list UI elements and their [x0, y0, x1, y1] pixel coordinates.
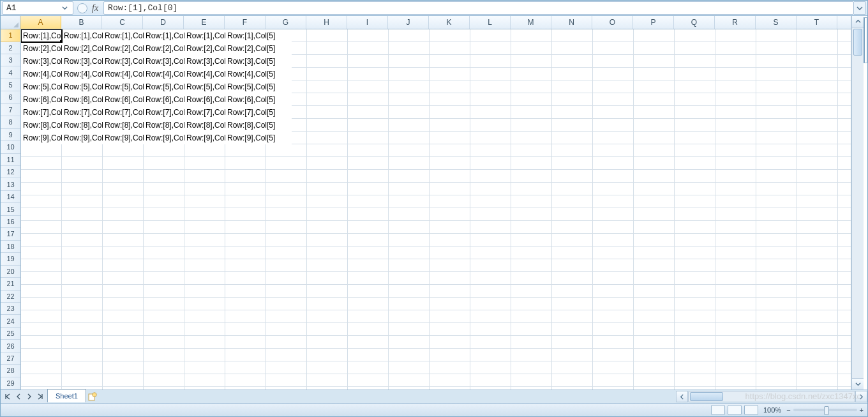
- formula-input[interactable]: Row:[1],Col[0]: [103, 1, 854, 15]
- cell[interactable]: Row:[2],Col[1]: [62, 42, 103, 55]
- zoom-out-button[interactable]: −: [786, 406, 790, 414]
- row-header-5[interactable]: 5: [1, 79, 20, 91]
- row-header-21[interactable]: 21: [1, 278, 20, 290]
- cell[interactable]: Row:[6],Col[5]: [225, 93, 292, 106]
- cell[interactable]: Row:[3],Col[0]: [21, 55, 62, 68]
- cell[interactable]: Row:[9],Col[2]: [103, 132, 144, 144]
- column-header-B[interactable]: B: [61, 16, 102, 29]
- horizontal-scroll-track[interactable]: [688, 391, 855, 402]
- row-header-23[interactable]: 23: [1, 303, 20, 315]
- row-header-3[interactable]: 3: [1, 54, 20, 66]
- cell[interactable]: Row:[1],Col[3]: [144, 29, 184, 42]
- row-header-18[interactable]: 18: [1, 241, 20, 253]
- cell[interactable]: Row:[3],Col[4]: [184, 55, 225, 68]
- cell[interactable]: Row:[2],Col[4]: [184, 42, 225, 55]
- cell[interactable]: Row:[1],Col[0]: [21, 29, 62, 42]
- name-box[interactable]: A1: [2, 1, 73, 15]
- fx-icon[interactable]: fx: [89, 3, 101, 13]
- cell[interactable]: Row:[5],Col[2]: [103, 80, 144, 93]
- formula-expand-button[interactable]: [854, 1, 866, 15]
- cell[interactable]: Row:[8],Col[4]: [184, 119, 225, 132]
- cell[interactable]: Row:[7],Col[4]: [184, 106, 225, 119]
- column-header-S[interactable]: S: [756, 16, 797, 29]
- cell[interactable]: Row:[3],Col[2]: [103, 55, 144, 68]
- vertical-scrollbar[interactable]: [851, 16, 864, 390]
- cell[interactable]: Row:[8],Col[1]: [62, 119, 103, 132]
- column-header-F[interactable]: F: [225, 16, 266, 29]
- cell[interactable]: Row:[9],Col[1]: [62, 132, 103, 144]
- scroll-up-button[interactable]: [852, 16, 864, 27]
- cell[interactable]: Row:[3],Col[3]: [144, 55, 184, 68]
- cell[interactable]: Row:[5],Col[0]: [21, 80, 62, 93]
- cell[interactable]: Row:[9],Col[0]: [21, 132, 62, 144]
- cell[interactable]: Row:[5],Col[1]: [62, 80, 103, 93]
- row-header-28[interactable]: 28: [1, 365, 20, 377]
- cell[interactable]: Row:[6],Col[4]: [184, 93, 225, 106]
- cell[interactable]: Row:[2],Col[0]: [21, 42, 62, 55]
- column-header-A[interactable]: A: [20, 16, 61, 29]
- cell[interactable]: Row:[5],Col[5]: [225, 80, 292, 93]
- cell[interactable]: Row:[9],Col[4]: [184, 132, 225, 144]
- cell[interactable]: Row:[2],Col[5]: [225, 42, 292, 55]
- column-header-E[interactable]: E: [184, 16, 225, 29]
- cell[interactable]: Row:[6],Col[3]: [144, 93, 184, 106]
- cell[interactable]: Row:[5],Col[4]: [184, 80, 225, 93]
- vertical-scroll-thumb[interactable]: [853, 29, 862, 56]
- zoom-in-button[interactable]: +: [860, 406, 864, 414]
- row-header-25[interactable]: 25: [1, 328, 20, 340]
- name-box-dropdown-icon[interactable]: [60, 4, 69, 13]
- row-header-22[interactable]: 22: [1, 291, 20, 303]
- cell[interactable]: Row:[4],Col[1]: [62, 68, 103, 80]
- row-header-17[interactable]: 17: [1, 228, 20, 240]
- select-all-corner[interactable]: [1, 16, 20, 29]
- cell[interactable]: Row:[3],Col[5]: [225, 55, 292, 68]
- cell[interactable]: Row:[8],Col[0]: [21, 119, 62, 132]
- cancel-formula-icon[interactable]: [77, 3, 87, 13]
- cell[interactable]: Row:[1],Col[2]: [103, 29, 144, 42]
- cell[interactable]: Row:[9],Col[5]: [225, 132, 292, 144]
- column-header-N[interactable]: N: [551, 16, 592, 29]
- view-layout-button[interactable]: [728, 405, 742, 415]
- splitter-handle[interactable]: [864, 16, 867, 390]
- row-header-15[interactable]: 15: [1, 203, 20, 215]
- row-header-14[interactable]: 14: [1, 191, 20, 203]
- column-header-I[interactable]: I: [347, 16, 388, 29]
- column-header-K[interactable]: K: [429, 16, 470, 29]
- cell[interactable]: Row:[4],Col[4]: [184, 68, 225, 80]
- tab-first-icon[interactable]: [3, 392, 12, 401]
- cell[interactable]: Row:[6],Col[0]: [21, 93, 62, 106]
- row-header-20[interactable]: 20: [1, 266, 20, 278]
- row-header-12[interactable]: 12: [1, 166, 20, 178]
- column-header-J[interactable]: J: [388, 16, 429, 29]
- view-normal-button[interactable]: [711, 405, 725, 415]
- column-header-Q[interactable]: Q: [674, 16, 715, 29]
- cell[interactable]: Row:[2],Col[2]: [103, 42, 144, 55]
- scroll-down-button[interactable]: [852, 378, 864, 390]
- zoom-slider[interactable]: [793, 409, 857, 411]
- row-header-16[interactable]: 16: [1, 216, 20, 228]
- column-header-D[interactable]: D: [143, 16, 184, 29]
- cell[interactable]: Row:[7],Col[3]: [144, 106, 184, 119]
- cell[interactable]: Row:[2],Col[3]: [144, 42, 184, 55]
- cell[interactable]: Row:[6],Col[2]: [103, 93, 144, 106]
- zoom-slider-thumb[interactable]: [824, 406, 829, 415]
- tab-next-icon[interactable]: [25, 392, 34, 401]
- view-pagebreak-button[interactable]: [744, 405, 758, 415]
- scroll-right-button[interactable]: [855, 391, 867, 402]
- cell[interactable]: Row:[7],Col[5]: [225, 106, 292, 119]
- row-header-27[interactable]: 27: [1, 353, 20, 365]
- cell[interactable]: Row:[3],Col[1]: [62, 55, 103, 68]
- cell[interactable]: Row:[4],Col[0]: [21, 68, 62, 80]
- column-header-M[interactable]: M: [511, 16, 551, 29]
- column-header-R[interactable]: R: [715, 16, 756, 29]
- row-header-9[interactable]: 9: [1, 129, 20, 141]
- cell[interactable]: Row:[1],Col[4]: [184, 29, 225, 42]
- row-header-2[interactable]: 2: [1, 42, 20, 54]
- cell[interactable]: Row:[8],Col[5]: [225, 119, 292, 132]
- row-header-1[interactable]: 1: [1, 29, 20, 42]
- tab-last-icon[interactable]: [36, 392, 45, 401]
- cells-grid[interactable]: Row:[1],Col[0]Row:[1],Col[1]Row:[1],Col[…: [21, 29, 851, 390]
- cell[interactable]: Row:[5],Col[3]: [144, 80, 184, 93]
- horizontal-scroll-thumb[interactable]: [690, 392, 723, 401]
- column-header-O[interactable]: O: [592, 16, 633, 29]
